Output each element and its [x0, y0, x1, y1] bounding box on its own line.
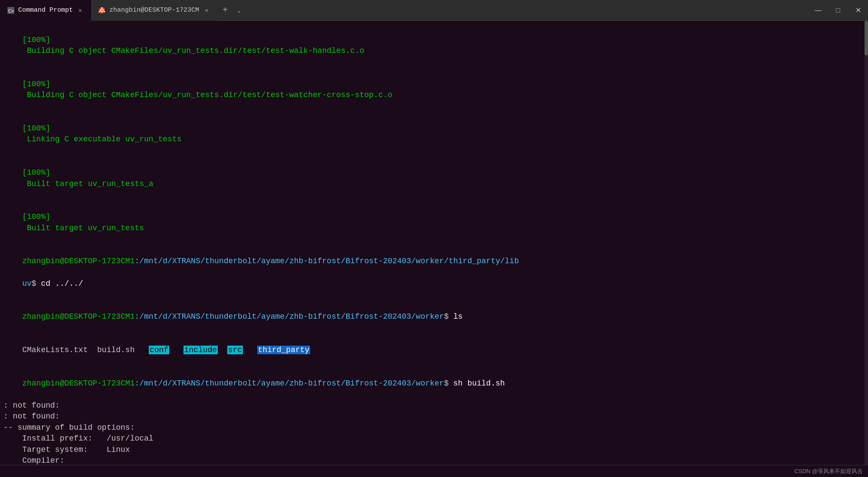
terminal-line-14: Compiler:	[3, 455, 865, 465]
tab-ubuntu-label: zhangbin@DESKTOP-1723CM	[109, 7, 199, 14]
terminal[interactable]: [100%] Building C object CMakeFiles/uv_r…	[0, 21, 868, 465]
scrollbar-track[interactable]	[865, 21, 868, 465]
svg-point-5	[104, 11, 105, 12]
prompt-path-1: :/mnt/d/XTRANS/thunderbolt/ayame/zhb-bif…	[134, 257, 519, 265]
tab-command-prompt-label: Command Prompt	[18, 7, 73, 14]
terminal-line-13: Target system: Linux	[3, 444, 865, 456]
terminal-line-1: [100%] Building C object CMakeFiles/uv_r…	[3, 23, 865, 68]
minimize-button[interactable]: —	[808, 0, 828, 21]
terminal-line-9: : not found:	[3, 400, 865, 412]
tab-command-prompt-close[interactable]: ✕	[76, 7, 84, 14]
close-button[interactable]: ✕	[848, 0, 868, 21]
terminal-line-12: Install prefix: /usr/local	[3, 433, 865, 444]
tab-ubuntu-close[interactable]: ✕	[203, 7, 210, 14]
terminal-line-5: [100%] Built target uv_run_tests	[3, 201, 865, 245]
terminal-line-11: -- summary of build options:	[3, 422, 865, 434]
terminal-line-ls: CMakeLists.txt build.sh conf include src…	[3, 333, 865, 367]
terminal-line-4: [100%] Built target uv_run_tests_a	[3, 157, 865, 201]
terminal-line-10: : not found:	[3, 411, 865, 422]
ubuntu-icon	[98, 7, 106, 14]
window-controls: — □ ✕	[808, 0, 868, 21]
build-text-1: Building C object CMakeFiles/uv_run_test…	[22, 46, 364, 55]
titlebar: C> Command Prompt ✕ zhangbin@DESKTOP-172…	[0, 0, 868, 21]
scrollbar-thumb[interactable]	[865, 21, 868, 56]
new-tab-button[interactable]: +	[217, 0, 233, 21]
statusbar-text: CSDN @等风来不如迎风去	[794, 467, 863, 475]
terminal-line-8: zhangbin@DESKTOP-1723CM1:/mnt/d/XTRANS/t…	[3, 367, 865, 400]
cmd-icon: C>	[7, 7, 15, 14]
tab-command-prompt[interactable]: C> Command Prompt ✕	[0, 0, 91, 21]
terminal-line-2: [100%] Building C object CMakeFiles/uv_r…	[3, 68, 865, 112]
terminal-line-3: [100%] Linking C executable uv_run_tests	[3, 112, 865, 156]
svg-text:C>: C>	[8, 8, 14, 14]
svg-point-6	[99, 11, 100, 12]
tab-ubuntu[interactable]: zhangbin@DESKTOP-1723CM ✕	[91, 0, 217, 21]
tab-dropdown-button[interactable]: ⌄	[233, 0, 245, 21]
terminal-line-7: zhangbin@DESKTOP-1723CM1:/mnt/d/XTRANS/t…	[3, 301, 865, 334]
terminal-line-6: zhangbin@DESKTOP-1723CM1:/mnt/d/XTRANS/t…	[3, 245, 865, 301]
build-percent: [100%]	[22, 36, 50, 44]
prompt-user-1: zhangbin@DESKTOP-1723CM1	[22, 257, 134, 265]
svg-point-4	[102, 7, 103, 8]
statusbar: CSDN @等风来不如迎风去	[0, 465, 868, 477]
maximize-button[interactable]: □	[828, 0, 848, 21]
